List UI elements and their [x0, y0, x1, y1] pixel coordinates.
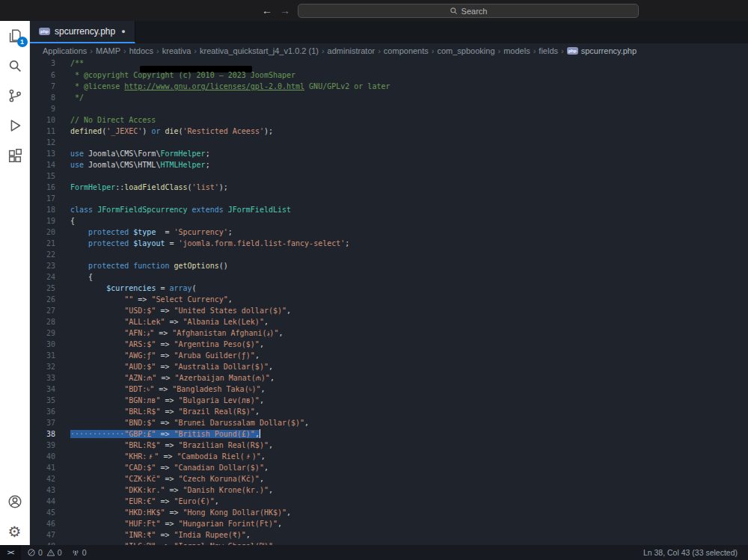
source-control-icon[interactable]	[6, 87, 24, 105]
line-number[interactable]: 19	[30, 215, 70, 227]
code-line[interactable]: 43 "DKK:kr." => "Danish Krone(kr.)",	[30, 484, 748, 496]
code-line[interactable]: 6 * @copyright Copyright (c) 2010 – 2023…	[30, 70, 748, 81]
code-line[interactable]: 41 "CAD:$" => "Canadian Dollar($)",	[30, 462, 748, 473]
code-line[interactable]: 45 "HKD:HK$" => "Hong Kong Dollar(HK$)",	[30, 507, 748, 518]
code-line[interactable]: 18class JFormFieldSpcurrency extends JFo…	[30, 204, 748, 215]
back-icon[interactable]: ←	[262, 3, 272, 18]
line-number[interactable]: 31	[30, 350, 70, 361]
code-line[interactable]: 14use Joomla\CMS\HTML\HTMLHelper;	[30, 159, 748, 170]
breadcrumb-item[interactable]: Applications	[43, 46, 87, 55]
warnings-status[interactable]: 0	[46, 548, 62, 557]
line-number[interactable]: 38	[30, 428, 70, 440]
breadcrumb-item[interactable]: administrator	[328, 46, 375, 55]
code-line[interactable]: 20 protected $type = 'Spcurrency';	[30, 227, 748, 238]
line-number[interactable]: 11	[30, 126, 70, 137]
code-line[interactable]: 22	[30, 249, 748, 260]
code-line[interactable]: 7 * @license http://www.gnu.org/licenses…	[30, 81, 748, 92]
search-sidebar-icon[interactable]	[6, 57, 24, 75]
line-number[interactable]: 27	[30, 305, 70, 316]
remote-indicator[interactable]: ><	[0, 545, 21, 560]
code-line[interactable]: 31 "AWG:ƒ" => "Aruba Guilder(ƒ)",	[30, 350, 748, 361]
code-line[interactable]: 9	[30, 103, 748, 114]
code-line[interactable]: 46 "HUF:Ft" => "Hungarian Forint(Ft)",	[30, 518, 748, 529]
code-line[interactable]: 23 protected function getOptions()	[30, 260, 748, 271]
line-number[interactable]: 24	[30, 271, 70, 283]
errors-status[interactable]: 0	[27, 548, 43, 557]
line-number[interactable]: 36	[30, 406, 70, 417]
breadcrumb-item[interactable]: kreativa	[162, 46, 191, 55]
line-number[interactable]: 21	[30, 238, 70, 249]
line-number[interactable]: 18	[30, 204, 70, 215]
line-number[interactable]: 23	[30, 260, 70, 271]
code-line[interactable]: 38············"GBP:£" => "British Pound(…	[30, 428, 748, 440]
line-number[interactable]: 42	[30, 473, 70, 484]
line-number[interactable]: 34	[30, 384, 70, 395]
breadcrumb-item[interactable]: htdocs	[129, 46, 153, 55]
code-line[interactable]: 47 "INR:₹" => "India Rupee(₹)",	[30, 529, 748, 541]
code-line[interactable]: 3/**	[30, 58, 748, 68]
code-line[interactable]: 19{	[30, 215, 748, 227]
ports-status[interactable]: 0	[71, 548, 87, 557]
line-number[interactable]: 26	[30, 294, 70, 305]
code-line[interactable]: 37 "BND:$" => "Brunei Darussalam Dollar(…	[30, 417, 748, 428]
line-number[interactable]: 44	[30, 496, 70, 507]
line-number[interactable]: 30	[30, 339, 70, 350]
code-line[interactable]: 10// No Direct Access	[30, 114, 748, 126]
line-number[interactable]: 32	[30, 361, 70, 372]
cursor-position-status[interactable]: Ln 38, Col 43 (33 selected)	[643, 548, 748, 557]
code-line[interactable]: 12	[30, 137, 748, 148]
line-number[interactable]: 10	[30, 114, 70, 126]
line-number[interactable]: 15	[30, 170, 70, 182]
code-line[interactable]: 34 "BDT:৳" => "Bangladesh Taka(৳)",	[30, 384, 748, 395]
line-number[interactable]: 25	[30, 283, 70, 294]
line-number[interactable]: 33	[30, 372, 70, 384]
code-line[interactable]: 39 "BRL:R$" => "Brazilian Real(R$)",	[30, 440, 748, 451]
breadcrumb-item[interactable]: models	[503, 46, 530, 55]
line-number[interactable]: 22	[30, 249, 70, 260]
account-icon[interactable]	[6, 493, 24, 511]
code-line[interactable]: 36 "BRL:R$" => "Brazil Real(R$)",	[30, 406, 748, 417]
code-line[interactable]: 17	[30, 193, 748, 204]
explorer-icon[interactable]: 1	[6, 27, 24, 45]
line-number[interactable]: 6	[30, 70, 70, 81]
forward-icon[interactable]: →	[280, 3, 290, 18]
line-number[interactable]: 17	[30, 193, 70, 204]
line-number[interactable]: 14	[30, 159, 70, 170]
breadcrumb-item[interactable]: fields	[539, 46, 558, 55]
line-number[interactable]: 39	[30, 440, 70, 451]
code-line[interactable]: 40 "KHR:៛" => "Cambodia Riel(៛)",	[30, 451, 748, 462]
line-number[interactable]: 16	[30, 182, 70, 193]
code-line[interactable]: 8 */	[30, 92, 748, 103]
line-number[interactable]: 41	[30, 462, 70, 473]
code-line[interactable]: 13use Joomla\CMS\Form\FormHelper;	[30, 148, 748, 159]
line-number[interactable]: 28	[30, 316, 70, 327]
code-line[interactable]: 30 "ARS:$" => "Argentina Peso($)",	[30, 339, 748, 350]
code-line[interactable]: 44 "EUR:€" => "Euro(€)",	[30, 496, 748, 507]
code-line[interactable]: 27 "USD:$" => "United States dollar($)",	[30, 305, 748, 316]
line-number[interactable]: 35	[30, 395, 70, 406]
code-line[interactable]: 24 {	[30, 271, 748, 283]
breadcrumb-item[interactable]: com_spbooking	[437, 46, 494, 55]
line-number[interactable]: 46	[30, 518, 70, 529]
code-line[interactable]: 11defined('_JEXEC') or die('Resticted Ac…	[30, 126, 748, 137]
search-input[interactable]: Search	[298, 4, 639, 18]
code-line[interactable]: 21 protected $layout = 'joomla.form.fiel…	[30, 238, 748, 249]
line-number[interactable]: 3	[30, 58, 70, 68]
code-editor[interactable]: 3/**6 * @copyright Copyright (c) 2010 – …	[30, 58, 748, 545]
breadcrumb-item[interactable]: phpspcurrency.php	[567, 46, 637, 55]
line-number[interactable]: 47	[30, 529, 70, 541]
breadcrumb-item[interactable]: components	[384, 46, 429, 55]
line-number[interactable]: 9	[30, 103, 70, 114]
breadcrumb-item[interactable]: MAMP	[96, 46, 120, 55]
settings-gear-icon[interactable]: ⚙	[6, 523, 24, 541]
code-line[interactable]: 16FormHelper::loadFieldClass('list');	[30, 182, 748, 193]
extensions-icon[interactable]	[6, 147, 24, 164]
code-line[interactable]: 32 "AUD:$" => "Australia Dollar($)",	[30, 361, 748, 372]
line-number[interactable]: 40	[30, 451, 70, 462]
line-number[interactable]: 29	[30, 327, 70, 339]
line-number[interactable]: 7	[30, 81, 70, 92]
code-line[interactable]: 35 "BGN:лв" => "Bulgaria Lev(лв)",	[30, 395, 748, 406]
line-number[interactable]: 20	[30, 227, 70, 238]
run-debug-icon[interactable]	[6, 117, 24, 135]
line-number[interactable]: 12	[30, 137, 70, 148]
